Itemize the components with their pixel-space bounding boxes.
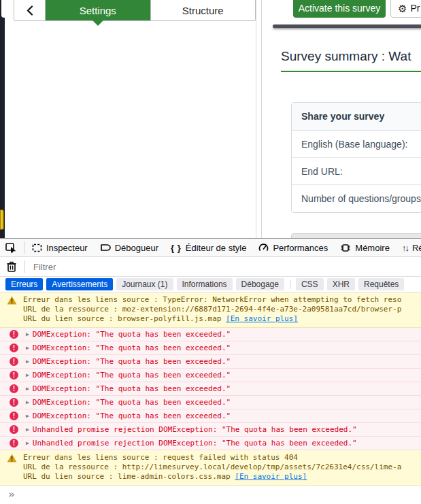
admin-left-rail <box>0 0 5 238</box>
console-filter-input[interactable] <box>33 262 237 272</box>
devtools-tab-memory[interactable]: Mémoire <box>334 239 396 256</box>
topbar-shadow <box>273 24 421 28</box>
filter-info[interactable]: Informations <box>177 278 233 290</box>
filter-logs[interactable]: Journaux (1) <box>116 278 173 290</box>
gear-icon: ⚙ <box>398 3 407 14</box>
console-warning-message: Erreur dans les liens source : TypeError… <box>0 292 421 328</box>
devtools-tab-network[interactable]: ↑↓ Réseau <box>396 239 421 256</box>
gauge-icon <box>258 243 269 253</box>
pick-element-button[interactable] <box>0 242 22 253</box>
up-down-arrows-icon: ↑↓ <box>402 243 408 253</box>
console-error-row: ! ▶ DOMException: "The quota has been ex… <box>0 409 421 423</box>
warning-triangle-icon <box>0 295 23 324</box>
tab-settings-label: Settings <box>80 5 116 16</box>
toolbar-separator <box>24 241 24 254</box>
error-icon: ! <box>10 343 18 352</box>
survey-main-panel: Activate this survey ⚙ Pr Survey summary… <box>261 0 421 238</box>
tab-structure-label: Structure <box>182 5 224 16</box>
error-icon: ! <box>10 425 18 434</box>
error-icon: ! <box>10 398 18 407</box>
devtools-panel: Inspecteur Débogueur { } Éditeur de styl… <box>0 238 421 504</box>
devtools-tab-label: Débogueur <box>115 243 158 253</box>
console-input-row[interactable]: » <box>0 486 421 504</box>
expand-arrow-icon[interactable]: ▶ <box>26 413 29 419</box>
preview-survey-button[interactable]: ⚙ Pr <box>390 0 421 18</box>
inspector-icon <box>32 243 42 253</box>
console-error-row: ! ▶ DOMException: "The quota has been ex… <box>0 341 421 355</box>
error-message: DOMException: "The quota has been exceed… <box>33 357 231 366</box>
error-message: DOMException: "The quota has been exceed… <box>33 398 231 407</box>
error-message: DOMException: "The quota has been exceed… <box>33 371 231 380</box>
error-icon: ! <box>10 330 18 339</box>
console-error-row: ! ▶ DOMException: "The quota has been ex… <box>0 382 421 396</box>
error-message: DOMException: "The quota has been exceed… <box>33 330 231 339</box>
expand-arrow-icon[interactable]: ▶ <box>26 440 29 446</box>
warning-line: URL de la ressource : moz-extension://68… <box>23 305 401 314</box>
console-error-row: ! ▶ DOMException: "The quota has been ex… <box>0 369 421 382</box>
console-error-row: ! ▶ DOMException: "The quota has been ex… <box>0 355 421 369</box>
filter-debug[interactable]: Débogage <box>236 278 284 290</box>
sidebar-tabbar: Settings Structure <box>14 0 256 21</box>
console-error-row: ! ▶ DOMException: "The quota has been ex… <box>0 396 421 409</box>
page-title: Survey summary : Wat <box>281 49 411 64</box>
filter-css[interactable]: CSS <box>296 278 324 290</box>
error-message: DOMException: "The quota has been exceed… <box>33 343 231 352</box>
error-icon: ! <box>10 439 18 448</box>
devtools-tab-style-editor[interactable]: { } Éditeur de style <box>165 239 252 256</box>
expand-arrow-icon[interactable]: ▶ <box>26 331 29 337</box>
devtools-toolbar: Inspecteur Débogueur { } Éditeur de styl… <box>0 239 421 257</box>
activate-survey-button[interactable]: Activate this survey <box>293 0 386 18</box>
warning-line: URL du lien source : browser-polyfill.js… <box>23 314 401 324</box>
expand-arrow-icon[interactable]: ▶ <box>26 372 29 378</box>
expand-arrow-icon[interactable]: ▶ <box>26 345 29 351</box>
expand-arrow-icon[interactable]: ▶ <box>26 358 29 365</box>
devtools-tab-label: Éditeur de style <box>186 243 247 253</box>
survey-sidebar: Settings Structure <box>5 0 256 238</box>
error-message: DOMException: "The quota has been exceed… <box>33 411 231 420</box>
expand-arrow-icon[interactable]: ▶ <box>26 386 29 392</box>
filter-requests[interactable]: Requêtes <box>358 278 404 290</box>
console-prompt-icon: » <box>8 489 15 500</box>
active-tab-caret <box>92 20 104 26</box>
filter-separator <box>290 280 290 289</box>
clear-console-button[interactable] <box>0 261 23 272</box>
console-filter-buttons: Erreurs Avertissements Journaux (1) Info… <box>0 277 421 292</box>
error-message: Unhandled promise rejection DOMException… <box>33 439 357 448</box>
survey-summary-table: Share your survey English (Base language… <box>291 102 421 213</box>
learn-more-link[interactable]: [En savoir plus] <box>235 472 307 481</box>
back-button[interactable] <box>14 0 46 20</box>
expand-arrow-icon[interactable]: ▶ <box>26 426 29 433</box>
tab-structure[interactable]: Structure <box>150 0 256 20</box>
warning-triangle-icon <box>0 453 23 482</box>
devtools-tab-performance[interactable]: Performances <box>252 239 334 256</box>
console-error-row: ! ▶ Unhandled promise rejection DOMExcep… <box>0 423 421 437</box>
chevron-left-icon <box>27 5 33 16</box>
tab-settings[interactable]: Settings <box>46 0 150 20</box>
filter-xhr[interactable]: XHR <box>327 278 355 290</box>
console-filterbar <box>0 257 421 277</box>
devtools-tab-label: Inspecteur <box>46 243 88 253</box>
filter-warnings[interactable]: Avertissements <box>46 278 113 290</box>
devtools-tab-debugger[interactable]: Débogueur <box>94 239 165 256</box>
devtools-tab-inspector[interactable]: Inspecteur <box>26 239 94 256</box>
console-error-row: ! ▶ Unhandled promise rejection DOMExcep… <box>0 437 421 450</box>
pick-element-icon <box>5 242 17 253</box>
filter-errors[interactable]: Erreurs <box>5 278 43 290</box>
error-message: Unhandled promise rejection DOMException… <box>33 425 357 434</box>
table-header: Share your survey <box>292 103 421 131</box>
console-output: Erreur dans les liens source : TypeError… <box>0 292 421 504</box>
learn-more-link[interactable]: [En savoir plus] <box>226 314 298 323</box>
preview-button-label: Pr <box>410 3 420 14</box>
error-icon: ! <box>10 411 18 420</box>
devtools-tab-label: Performances <box>273 243 328 253</box>
error-icon: ! <box>10 371 18 380</box>
next-panel-header <box>291 233 421 238</box>
braces-icon: { } <box>171 243 182 253</box>
side-menu-handle[interactable] <box>0 209 4 230</box>
table-row: End URL: <box>292 158 421 185</box>
warning-line: Erreur dans les liens source : request f… <box>23 453 401 463</box>
expand-arrow-icon[interactable]: ▶ <box>26 399 29 405</box>
error-icon: ! <box>10 357 18 366</box>
filterbar-separator <box>24 261 25 273</box>
error-icon: ! <box>10 384 18 393</box>
